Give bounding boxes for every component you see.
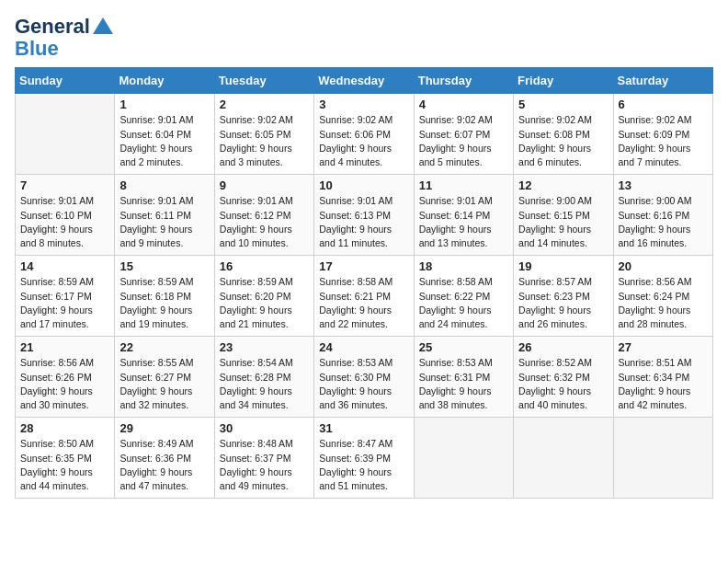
daylight-text: Daylight: 9 hours and 40 minutes. (518, 385, 608, 412)
sunrise-text: Sunrise: 8:56 AM (619, 275, 708, 289)
calendar-cell: 27 Sunrise: 8:51 AM Sunset: 6:34 PM Dayl… (613, 337, 712, 418)
calendar-cell: 11 Sunrise: 9:01 AM Sunset: 6:14 PM Dayl… (414, 175, 513, 256)
sunrise-text: Sunrise: 8:55 AM (119, 356, 209, 370)
calendar-cell: 1 Sunrise: 9:01 AM Sunset: 6:04 PM Dayli… (115, 94, 214, 175)
calendar-cell: 26 Sunrise: 8:52 AM Sunset: 6:32 PM Dayl… (514, 337, 613, 418)
sunrise-text: Sunrise: 9:02 AM (220, 113, 309, 127)
sunrise-text: Sunrise: 8:47 AM (319, 437, 408, 451)
calendar-cell (514, 418, 613, 499)
day-number: 30 (220, 421, 309, 435)
sunrise-text: Sunrise: 9:02 AM (619, 113, 708, 127)
calendar-week-row: 14 Sunrise: 8:59 AM Sunset: 6:17 PM Dayl… (16, 256, 713, 337)
daylight-text: Daylight: 9 hours and 4 minutes. (319, 142, 408, 169)
sunset-text: Sunset: 6:26 PM (20, 371, 109, 385)
sunrise-text: Sunrise: 9:02 AM (319, 113, 408, 127)
sunset-text: Sunset: 6:27 PM (119, 371, 209, 385)
sunrise-text: Sunrise: 8:53 AM (419, 356, 508, 370)
calendar-cell: 9 Sunrise: 9:01 AM Sunset: 6:12 PM Dayli… (214, 175, 313, 256)
sunrise-text: Sunrise: 9:01 AM (419, 194, 508, 208)
sunset-text: Sunset: 6:39 PM (319, 452, 408, 465)
calendar-cell (16, 94, 115, 175)
daylight-text: Daylight: 9 hours and 28 minutes. (619, 304, 708, 331)
sunset-text: Sunset: 6:08 PM (518, 128, 608, 142)
daylight-text: Daylight: 9 hours and 36 minutes. (319, 385, 408, 412)
calendar-cell: 2 Sunrise: 9:02 AM Sunset: 6:05 PM Dayli… (214, 94, 313, 175)
day-number: 11 (419, 178, 508, 192)
sunrise-text: Sunrise: 9:01 AM (220, 194, 309, 208)
sunset-text: Sunset: 6:04 PM (119, 128, 209, 142)
calendar-body: 1 Sunrise: 9:01 AM Sunset: 6:04 PM Dayli… (16, 94, 713, 499)
calendar-cell: 14 Sunrise: 8:59 AM Sunset: 6:17 PM Dayl… (16, 256, 115, 337)
sunrise-text: Sunrise: 8:57 AM (518, 275, 608, 289)
day-number: 20 (619, 259, 708, 273)
day-number: 29 (119, 421, 209, 435)
daylight-text: Daylight: 9 hours and 47 minutes. (119, 465, 209, 493)
calendar-week-row: 1 Sunrise: 9:01 AM Sunset: 6:04 PM Dayli… (16, 94, 713, 175)
calendar-cell: 19 Sunrise: 8:57 AM Sunset: 6:23 PM Dayl… (514, 256, 613, 337)
logo: General Blue (15, 15, 115, 60)
calendar-cell: 8 Sunrise: 9:01 AM Sunset: 6:11 PM Dayli… (115, 175, 214, 256)
sunrise-text: Sunrise: 8:51 AM (619, 356, 708, 370)
daylight-text: Daylight: 9 hours and 14 minutes. (518, 223, 608, 250)
calendar-cell: 22 Sunrise: 8:55 AM Sunset: 6:27 PM Dayl… (115, 337, 214, 418)
sunrise-text: Sunrise: 8:59 AM (20, 275, 109, 289)
sunset-text: Sunset: 6:11 PM (119, 209, 209, 223)
sunrise-text: Sunrise: 8:54 AM (220, 356, 309, 370)
logo-text: General (15, 15, 115, 40)
sunset-text: Sunset: 6:34 PM (619, 371, 708, 385)
day-number: 4 (419, 98, 508, 111)
day-number: 27 (619, 340, 708, 354)
weekday-header: Monday (115, 68, 214, 94)
sunset-text: Sunset: 6:31 PM (419, 371, 508, 385)
day-number: 1 (119, 98, 209, 111)
sunrise-text: Sunrise: 8:53 AM (319, 356, 408, 370)
daylight-text: Daylight: 9 hours and 5 minutes. (419, 142, 508, 169)
daylight-text: Daylight: 9 hours and 9 minutes. (119, 223, 209, 250)
sunset-text: Sunset: 6:06 PM (319, 128, 408, 142)
daylight-text: Daylight: 9 hours and 19 minutes. (119, 304, 209, 331)
day-number: 18 (419, 259, 508, 273)
sunrise-text: Sunrise: 8:50 AM (20, 437, 109, 451)
sunset-text: Sunset: 6:17 PM (20, 290, 109, 304)
day-number: 2 (220, 98, 309, 111)
sunrise-text: Sunrise: 9:01 AM (119, 113, 209, 127)
calendar-cell: 23 Sunrise: 8:54 AM Sunset: 6:28 PM Dayl… (214, 337, 313, 418)
day-number: 24 (319, 340, 408, 354)
calendar-cell: 29 Sunrise: 8:49 AM Sunset: 6:36 PM Dayl… (115, 418, 214, 499)
calendar-cell: 31 Sunrise: 8:47 AM Sunset: 6:39 PM Dayl… (314, 418, 414, 499)
day-number: 12 (518, 178, 608, 192)
daylight-text: Daylight: 9 hours and 17 minutes. (20, 304, 109, 331)
calendar-cell: 6 Sunrise: 9:02 AM Sunset: 6:09 PM Dayli… (613, 94, 712, 175)
day-number: 16 (220, 259, 309, 273)
page-header: General Blue (15, 15, 713, 60)
daylight-text: Daylight: 9 hours and 16 minutes. (619, 223, 708, 250)
sunrise-text: Sunrise: 9:00 AM (518, 194, 608, 208)
sunrise-text: Sunrise: 8:58 AM (319, 275, 408, 289)
sunrise-text: Sunrise: 8:48 AM (220, 437, 309, 451)
daylight-text: Daylight: 9 hours and 51 minutes. (319, 465, 408, 493)
day-number: 28 (20, 421, 109, 435)
calendar-cell: 18 Sunrise: 8:58 AM Sunset: 6:22 PM Dayl… (414, 256, 513, 337)
daylight-text: Daylight: 9 hours and 49 minutes. (220, 465, 309, 493)
calendar-cell: 16 Sunrise: 8:59 AM Sunset: 6:20 PM Dayl… (214, 256, 313, 337)
sunset-text: Sunset: 6:12 PM (220, 209, 309, 223)
calendar-cell: 20 Sunrise: 8:56 AM Sunset: 6:24 PM Dayl… (613, 256, 712, 337)
sunset-text: Sunset: 6:32 PM (518, 371, 608, 385)
sunset-text: Sunset: 6:28 PM (220, 371, 309, 385)
weekday-header: Saturday (613, 68, 712, 94)
daylight-text: Daylight: 9 hours and 13 minutes. (419, 223, 508, 250)
daylight-text: Daylight: 9 hours and 34 minutes. (220, 385, 309, 412)
daylight-text: Daylight: 9 hours and 38 minutes. (419, 385, 508, 412)
calendar-cell: 4 Sunrise: 9:02 AM Sunset: 6:07 PM Dayli… (414, 94, 513, 175)
weekday-header: Friday (514, 68, 613, 94)
daylight-text: Daylight: 9 hours and 8 minutes. (20, 223, 109, 250)
day-number: 7 (20, 178, 109, 192)
sunset-text: Sunset: 6:05 PM (220, 128, 309, 142)
day-number: 13 (619, 178, 708, 192)
calendar-cell: 12 Sunrise: 9:00 AM Sunset: 6:15 PM Dayl… (514, 175, 613, 256)
sunrise-text: Sunrise: 9:02 AM (419, 113, 508, 127)
sunset-text: Sunset: 6:23 PM (518, 290, 608, 304)
daylight-text: Daylight: 9 hours and 3 minutes. (220, 142, 309, 169)
sunrise-text: Sunrise: 9:01 AM (319, 194, 408, 208)
daylight-text: Daylight: 9 hours and 2 minutes. (119, 142, 209, 169)
